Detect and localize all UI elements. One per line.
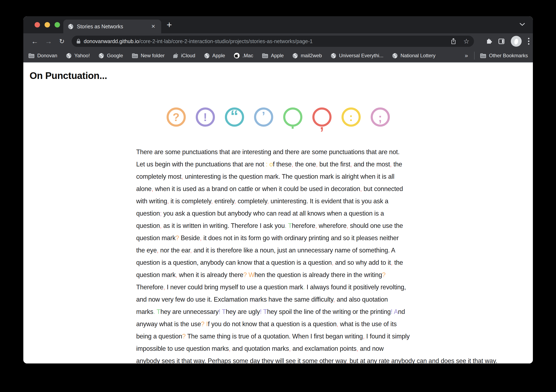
webpage-content: On Punctuation... ?!“’.,:; There are som… (23, 63, 533, 363)
body-line: and now very few do use it. Exclamation … (136, 293, 438, 306)
bookmark-item[interactable]: Donovan (28, 53, 57, 59)
reload-button[interactable]: ↻ (59, 38, 65, 45)
lock-icon (76, 39, 81, 44)
bookmark-item[interactable]: New folder (132, 53, 165, 59)
exclamation-icon-glyph: ! (203, 111, 207, 123)
semicolon-icon: ; (371, 108, 390, 127)
globe-icon (331, 53, 336, 59)
desktop-background: Stories as Networks ✕ + ← → ↻ donovanwar… (0, 0, 556, 392)
bookmark-label: National Lottery (401, 53, 435, 59)
bookmark-label: Universal Everythi... (339, 53, 383, 59)
globe-icon (204, 53, 210, 59)
folder-icon (262, 53, 268, 58)
bookmarks-list: DonovanYahoo!GoogleNew folderiCloudApple… (28, 53, 435, 59)
bookmark-item[interactable]: Apple (262, 53, 284, 59)
body-text: There are some punctuations that are int… (136, 146, 438, 363)
tab-strip: Stories as Networks ✕ + (23, 16, 533, 33)
quotation-icon: “ (225, 108, 244, 127)
body-line: anybody sees it that way. Perhaps some d… (136, 355, 438, 363)
other-bookmarks-button[interactable]: Other Bookmarks (480, 53, 528, 59)
comma-icon-glyph: , (320, 117, 324, 129)
body-line: with writing, it is completely, entirely… (136, 195, 438, 207)
bookmark-item[interactable]: Apple (204, 53, 225, 59)
punctuation-icon-row: ?!“’.,:; (23, 108, 533, 127)
bookmarks-bar: DonovanYahoo!GoogleNew folderiCloudApple… (23, 49, 533, 63)
side-panel-icon[interactable] (498, 39, 505, 44)
body-line: question mark? Beside, it does not in it… (136, 232, 438, 244)
browser-toolbar: ← → ↻ donovanwardd.github.io/core-2-int-… (23, 33, 533, 49)
other-bookmarks-label: Other Bookmarks (489, 53, 528, 59)
url-path: /core-2-int-lab/core-2-interaction-studi… (139, 38, 313, 44)
browser-window: Stories as Networks ✕ + ← → ↻ donovanwar… (23, 16, 533, 363)
body-line: question, as it is written in writing. T… (136, 220, 438, 232)
url-text: donovanwardd.github.io/core-2-int-lab/co… (84, 38, 313, 44)
toolbar-right-cluster (486, 36, 530, 47)
semicolon-icon-glyph: ; (378, 112, 382, 124)
bookmarks-divider (474, 52, 475, 60)
exclamation-icon: ! (196, 108, 215, 127)
bookmarks-right: » Other Bookmarks (465, 52, 528, 60)
bookmark-label: Yahoo! (74, 53, 90, 59)
body-line: marks. They are unnecessary! They are ug… (136, 306, 438, 318)
bookmark-label: mail2web (301, 53, 322, 59)
apple-badge-icon (234, 53, 240, 59)
close-window-button[interactable] (35, 22, 40, 27)
page-title: On Punctuation... (30, 70, 107, 81)
bookmark-label: .Mac (242, 53, 253, 59)
body-line: question mark, when it is already there?… (136, 269, 438, 281)
apostrophe-icon: ’ (254, 108, 273, 127)
tab-favicon-globe-icon (68, 24, 74, 29)
apple-icon (173, 53, 178, 59)
bookmark-label: Google (107, 53, 123, 59)
address-bar[interactable]: donovanwardd.github.io/core-2-int-lab/co… (72, 36, 474, 47)
share-icon[interactable] (451, 38, 456, 45)
apostrophe-icon-glyph: ’ (262, 110, 265, 122)
bookmark-item[interactable]: iCloud (173, 53, 195, 59)
bookmark-item[interactable]: National Lottery (392, 53, 435, 59)
folder-icon (132, 53, 138, 58)
question-mark-icon: ? (167, 108, 186, 127)
bookmark-label: Donovan (37, 53, 57, 59)
body-line: the eye, nor the ear, and it is therefor… (136, 244, 438, 256)
globe-icon (292, 53, 298, 59)
body-line: completely most, uninteresting is the qu… (136, 170, 438, 183)
new-tab-button[interactable]: + (167, 19, 172, 31)
extensions-puzzle-icon[interactable] (486, 38, 492, 44)
bookmark-item[interactable]: .Mac (234, 53, 253, 59)
bookmark-item[interactable]: Universal Everythi... (331, 53, 383, 59)
body-line: impossible to use question marks, and qu… (136, 342, 438, 355)
bookmark-item[interactable]: mail2web (292, 53, 322, 59)
tab-title: Stories as Networks (77, 24, 147, 30)
bookmark-label: iCloud (181, 53, 195, 59)
menu-dots-icon[interactable] (528, 38, 530, 45)
folder-icon (28, 53, 35, 58)
bookmark-item[interactable]: Google (99, 53, 123, 59)
bookmark-label: Apple (271, 53, 284, 59)
question-mark-icon-glyph: ? (173, 111, 179, 123)
tab-close-icon[interactable]: ✕ (150, 23, 157, 30)
back-button[interactable]: ← (31, 38, 38, 45)
browser-tab[interactable]: Stories as Networks ✕ (63, 20, 161, 33)
body-line: question; you ask a question but anybody… (136, 207, 438, 220)
globe-icon (99, 53, 104, 59)
forward-button[interactable]: → (45, 38, 52, 45)
body-line: There are some punctuations that are int… (136, 146, 438, 158)
globe-icon (392, 53, 398, 59)
globe-icon (66, 53, 72, 59)
folder-icon (480, 53, 486, 58)
body-line: anyway what is the use? If you do not kn… (136, 318, 438, 330)
body-line: Let us begin with the punctuations that … (136, 158, 438, 170)
tab-search-chevron-icon[interactable] (520, 23, 525, 26)
minimize-window-button[interactable] (45, 22, 50, 27)
bookmark-label: New folder (141, 53, 165, 59)
bookmark-label: Apple (212, 53, 225, 59)
bookmark-item[interactable]: Yahoo! (66, 53, 90, 59)
bookmark-star-icon[interactable]: ☆ (463, 37, 469, 45)
bookmarks-overflow-chevron[interactable]: » (465, 52, 468, 59)
window-controls (35, 22, 60, 27)
zoom-window-button[interactable] (54, 22, 60, 27)
period-icon-glyph: . (291, 117, 294, 124)
profile-avatar[interactable] (511, 36, 522, 47)
body-line: being a question? The same thing is true… (136, 330, 438, 342)
period-icon: . (283, 108, 302, 127)
